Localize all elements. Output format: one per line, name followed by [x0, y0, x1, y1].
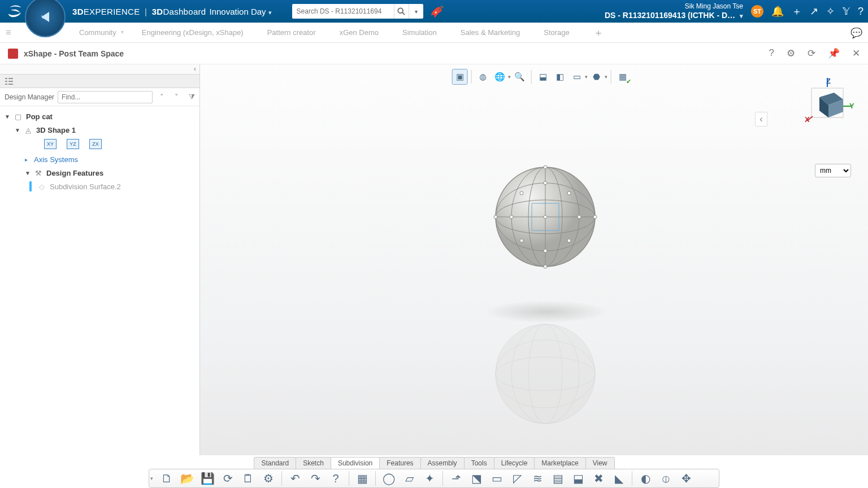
tab-subdivision[interactable]: Subdivision [331, 457, 380, 469]
cut-icon[interactable]: ◸ [507, 470, 527, 487]
extrude-icon[interactable]: ⬏ [446, 470, 466, 487]
panel-collapse-icon[interactable]: ‹ [0, 64, 199, 75]
tab-storage[interactable]: Storage [544, 28, 570, 37]
tree-root[interactable]: ▼ ▢ Pop cat [5, 110, 195, 123]
options-icon[interactable]: ⚙ [259, 470, 278, 487]
fill-hole-icon[interactable]: ◣ [609, 470, 628, 487]
crease-icon[interactable]: ≋ [528, 470, 547, 487]
globe-dropdown[interactable]: ▾ [508, 74, 511, 80]
find-input[interactable] [58, 91, 153, 103]
tab-marketplace[interactable]: Marketplace [534, 457, 585, 469]
tab-sketch[interactable]: Sketch [296, 457, 331, 469]
manipulator-icon[interactable]: ✥ [676, 470, 696, 487]
tree-axis-systems[interactable]: ▸ Axis Systems [25, 152, 195, 166]
viewport[interactable]: ▣ ◍ 🌐 ▾ 🔍 ⬓ ◧ ▭ ▾ ⬣ ▾ ▦ ‹ Z Y X [200, 64, 868, 455]
command-help-icon[interactable]: ? [326, 470, 345, 487]
redo-icon[interactable]: ↷ [306, 470, 325, 487]
primitive-sphere-icon[interactable]: ◯ [379, 470, 398, 487]
filter-icon[interactable]: ⧩ [189, 93, 195, 102]
widget-close-icon[interactable]: ✕ [852, 47, 860, 59]
fit-all-icon[interactable]: ▣ [452, 69, 468, 85]
select-box-dropdown[interactable]: ▾ [585, 74, 588, 80]
tab-view[interactable]: View [585, 457, 615, 469]
new-part-icon[interactable]: 🗋 [157, 470, 176, 487]
globe-icon[interactable]: 🌐 [492, 69, 508, 85]
plane-zx-icon[interactable]: ZX [89, 139, 102, 149]
tab-tools[interactable]: Tools [464, 457, 494, 469]
tree-subdivision-surface[interactable]: ◇ Subdivision Surface.2 [29, 180, 195, 193]
display-mode-dropdown[interactable]: ▾ [605, 74, 607, 80]
search-scope-dropdown[interactable]: ▾ [409, 4, 423, 19]
plane-yz-icon[interactable]: YZ [67, 139, 79, 149]
update-icon[interactable]: ⟳ [218, 470, 237, 487]
tab-assembly[interactable]: Assembly [420, 457, 465, 469]
notifications-icon[interactable]: 🔔 [771, 5, 784, 18]
find-prev-icon[interactable]: ˄ [156, 93, 167, 101]
action-bar-expand-icon[interactable]: ▾ [150, 476, 156, 481]
delete-face-icon[interactable]: ✖ [589, 470, 608, 487]
right-drawer-toggle[interactable]: ‹ [755, 112, 767, 127]
svg-point-23 [593, 215, 597, 219]
dashboard-dropdown[interactable]: Innovation Day▾ [210, 7, 272, 16]
subdivide-icon[interactable]: ▤ [548, 470, 567, 487]
ds-logo-icon [5, 1, 25, 21]
widget-refresh-icon[interactable]: ⟳ [808, 47, 815, 59]
tab-features[interactable]: Features [379, 457, 420, 469]
section-icon[interactable]: ◧ [552, 69, 568, 85]
tab-pattern-creator[interactable]: Pattern creator [267, 28, 316, 37]
avatar[interactable]: ST [751, 5, 763, 18]
primitive-cage-icon[interactable]: ✦ [420, 470, 439, 487]
tab-community[interactable]: Community [79, 28, 116, 37]
svg-line-1 [402, 12, 405, 15]
ifwe-icon[interactable]: 𝕐 [843, 5, 850, 18]
search-icon[interactable] [394, 4, 409, 19]
merge-icon[interactable]: ⬓ [568, 470, 588, 487]
display-mode-icon[interactable]: ⬣ [589, 69, 605, 85]
tab-simulation[interactable]: Simulation [402, 28, 437, 37]
share-icon[interactable]: ↗ [810, 5, 818, 18]
svg-point-26 [510, 215, 513, 219]
zebra-icon[interactable]: ⦶ [656, 470, 675, 487]
plane-xy-icon[interactable]: XY [44, 139, 57, 149]
widget-settings-icon[interactable]: ⚙ [787, 47, 795, 59]
primitive-plane-icon[interactable]: ▱ [400, 470, 419, 487]
zoom-area-icon[interactable]: 🔍 [512, 69, 528, 85]
panel-tree-tab-icon[interactable] [0, 75, 199, 88]
identity-block[interactable]: Sik Ming Jason Tse DS - R1132101169413 (… [605, 2, 743, 20]
tabstrip-menu-icon[interactable]: ≡ [6, 27, 11, 38]
view-triad-icon[interactable]: Z Y X [795, 76, 857, 132]
bridge-icon[interactable]: ▭ [487, 470, 506, 487]
add-icon[interactable]: ＋ [792, 5, 802, 18]
save-icon[interactable]: 💾 [198, 470, 217, 487]
help-icon[interactable]: ? [858, 6, 863, 18]
units-dropdown[interactable]: mm [815, 164, 851, 177]
find-next-icon[interactable]: ˅ [171, 93, 182, 101]
tabstrip-chat-icon[interactable]: 💬 [850, 27, 862, 39]
global-search: ▾ [292, 4, 423, 19]
globe-flat-icon[interactable]: ◍ [475, 69, 491, 85]
tab-sales-marketing[interactable]: Sales & Marketing [461, 28, 520, 37]
tag-icon[interactable]: 🔖 [430, 5, 444, 19]
undo-icon[interactable]: ↶ [285, 470, 305, 487]
search-input[interactable] [292, 4, 394, 19]
primitive-box-icon[interactable]: ▦ [353, 470, 372, 487]
tab-lifecycle[interactable]: Lifecycle [494, 457, 535, 469]
main-split: ‹ Design Manager ˄ ˅ ⧩ ▼ ▢ Pop cat ▼ ◬ 3… [0, 64, 868, 455]
bend-icon[interactable]: ⬔ [467, 470, 486, 487]
subdivision-sphere[interactable] [489, 160, 602, 273]
analysis-icon[interactable]: ◐ [636, 470, 655, 487]
properties-icon[interactable]: 🗒 [238, 470, 258, 487]
validate-icon[interactable]: ▦ [615, 69, 631, 85]
tab-engineering[interactable]: Engineering (xDesign, xShape) [142, 28, 244, 37]
tree-design-features[interactable]: ▼ ⚒ Design Features [25, 166, 195, 180]
widget-pin-icon[interactable]: 📌 [828, 47, 840, 59]
open-icon[interactable]: 📂 [177, 470, 197, 487]
tab-standard[interactable]: Standard [254, 457, 296, 469]
normal-to-icon[interactable]: ⬓ [535, 69, 551, 85]
widget-help-icon[interactable]: ? [769, 47, 774, 59]
tree-3dshape[interactable]: ▼ ◬ 3D Shape 1 [15, 123, 195, 137]
tab-xgen-demo[interactable]: xGen Demo [340, 28, 379, 37]
collaborate-icon[interactable]: ✧ [826, 5, 835, 18]
add-tab-icon[interactable]: ＋ [593, 26, 604, 40]
select-box-icon[interactable]: ▭ [569, 69, 585, 85]
